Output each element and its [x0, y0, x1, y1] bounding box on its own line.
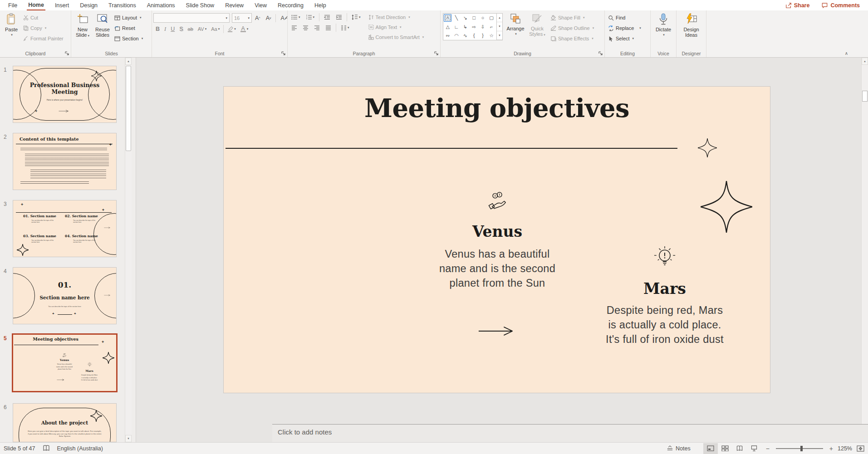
decrease-indent-button[interactable]: [322, 14, 333, 20]
new-slide-button[interactable]: New Slide▾: [73, 11, 93, 49]
shape-arc[interactable]: ◠: [452, 31, 461, 40]
shape-star[interactable]: ☆: [487, 31, 496, 40]
find-button[interactable]: Find: [606, 13, 643, 23]
copy-button[interactable]: Copy ▾: [21, 23, 65, 33]
thumbnail-scrollbar[interactable]: ▲ ▼: [125, 58, 132, 442]
menu-tab-file[interactable]: File: [7, 0, 19, 10]
bullets-button[interactable]: ▾: [289, 14, 303, 20]
shape-line[interactable]: ╲: [452, 14, 461, 22]
text-highlight-button[interactable]: ▾: [225, 26, 238, 33]
shape-effects-button[interactable]: Shape Effects ▾: [549, 34, 596, 44]
menu-tab-view[interactable]: View: [253, 0, 268, 10]
shape-triangle[interactable]: △: [443, 22, 452, 31]
replace-button[interactable]: Replace ▾: [606, 23, 643, 33]
shape-oval[interactable]: ○: [478, 14, 487, 22]
menu-tab-transitions[interactable]: Transitions: [107, 0, 137, 10]
strikethrough-button[interactable]: ab: [186, 26, 196, 32]
shape-text-box[interactable]: A: [444, 14, 451, 22]
font-color-button[interactable]: A ▾: [238, 26, 251, 33]
character-spacing-button[interactable]: AV▾: [196, 26, 209, 32]
quick-styles-button[interactable]: Quick Styles▾: [527, 11, 548, 49]
shapes-scroll-up[interactable]: ▲: [497, 14, 502, 22]
dictate-button[interactable]: Dictate ▾: [653, 11, 673, 49]
zoom-slider[interactable]: [776, 448, 823, 449]
justify-button[interactable]: [323, 25, 333, 31]
drawing-dialog-launcher[interactable]: [598, 51, 603, 55]
shape-rounded-rectangle[interactable]: ▢: [487, 14, 496, 22]
align-text-button[interactable]: Align Text ▾: [367, 22, 426, 32]
current-slide[interactable]: Meeting objectives Venus Venus has a bea…: [224, 87, 770, 393]
font-name-combobox[interactable]: ▾: [153, 13, 230, 23]
increase-indent-button[interactable]: [333, 14, 344, 20]
slide-thumbnail-5-selected[interactable]: Meeting objectives + Venus Venus has a b…: [12, 333, 118, 392]
shape-left-brace[interactable]: {: [470, 31, 478, 40]
slide-thumbnail-6[interactable]: About the project Here you can give a br…: [13, 403, 117, 442]
slide-sorter-view-button[interactable]: [718, 443, 732, 454]
shapes-gallery[interactable]: A ╲ ↘ □ ○ ▢ △ ∟ ↳ ⇨ ⇩ ⌐ ∾ ◠ ∿ { } ☆ ▲ ▼ …: [443, 13, 503, 40]
decrease-font-size-button[interactable]: Av: [264, 15, 274, 22]
shape-elbow-connector[interactable]: ∟: [452, 22, 461, 31]
venus-text-block[interactable]: Venus Venus has a beautiful name and is …: [425, 192, 570, 290]
font-size-combobox[interactable]: 16▾: [232, 13, 252, 23]
mars-text-block[interactable]: Mars Despite being red, Mars is actually…: [588, 245, 742, 347]
italic-button[interactable]: I: [162, 25, 168, 33]
paragraph-dialog-launcher[interactable]: [434, 51, 438, 55]
align-center-button[interactable]: [300, 25, 311, 31]
normal-view-button[interactable]: [703, 443, 718, 454]
slide-thumbnail-3[interactable]: + + 01. Section name You can describe th…: [13, 200, 117, 257]
reset-button[interactable]: Reset: [113, 23, 145, 33]
reuse-slides-button[interactable]: Reuse Slides: [93, 11, 113, 49]
text-shadow-button[interactable]: S: [177, 25, 185, 33]
line-spacing-button[interactable]: ▾: [349, 14, 363, 20]
menu-tab-recording[interactable]: Recording: [276, 0, 305, 10]
shape-right-brace[interactable]: }: [478, 31, 487, 40]
shape-corner[interactable]: ⌐: [487, 22, 496, 31]
bold-button[interactable]: B: [153, 25, 162, 33]
canvas-scrollbar[interactable]: ▲: [861, 58, 868, 424]
columns-button[interactable]: ▾: [338, 25, 352, 31]
paste-button[interactable]: Paste ▾: [1, 11, 21, 49]
zoom-out-button[interactable]: −: [766, 445, 770, 452]
arrange-button[interactable]: Arrange ▾: [504, 11, 527, 49]
zoom-level[interactable]: 125%: [838, 445, 852, 452]
design-ideas-button[interactable]: Design Ideas: [682, 11, 701, 49]
slideshow-view-button[interactable]: [747, 443, 761, 454]
shapes-gallery-more[interactable]: ▼: [497, 31, 502, 40]
notes-pane[interactable]: Click to add notes: [272, 424, 868, 442]
align-right-button[interactable]: [312, 25, 322, 31]
collapse-ribbon-button[interactable]: ∧: [845, 51, 848, 56]
shape-elbow-arrow-connector[interactable]: ↳: [461, 22, 470, 31]
shape-rectangle[interactable]: □: [470, 14, 478, 22]
share-button[interactable]: Share: [785, 2, 810, 9]
cut-button[interactable]: Cut: [21, 13, 65, 23]
menu-tab-help[interactable]: Help: [313, 0, 328, 10]
menu-tab-animations[interactable]: Animations: [146, 0, 177, 10]
slide-thumbnail-2[interactable]: Content of this template +: [13, 133, 117, 190]
zoom-in-button[interactable]: +: [829, 445, 833, 452]
underline-button[interactable]: U: [168, 25, 177, 33]
shape-arrow[interactable]: ↘: [461, 14, 470, 22]
canvas-scroll-up[interactable]: ▲: [862, 58, 868, 65]
format-painter-button[interactable]: Format Painter: [21, 34, 65, 44]
canvas-scrollbar-thumb[interactable]: [862, 91, 868, 102]
thumbnail-scrollbar-thumb[interactable]: [126, 66, 131, 151]
menu-tab-slide-show[interactable]: Slide Show: [185, 0, 216, 10]
shape-right-arrow[interactable]: ⇨: [470, 22, 478, 31]
slide-canvas[interactable]: Meeting objectives Venus Venus has a bea…: [136, 58, 861, 424]
thumbnail-scroll-up[interactable]: ▲: [125, 58, 132, 65]
notes-toggle-button[interactable]: Notes: [667, 445, 691, 452]
change-case-button[interactable]: Aa▾: [209, 26, 222, 32]
shapes-scroll-down[interactable]: ▼: [497, 22, 502, 31]
menu-tab-design[interactable]: Design: [78, 0, 99, 10]
convert-to-smartart-button[interactable]: Convert to SmartArt ▾: [367, 32, 426, 42]
spell-check-icon[interactable]: [43, 445, 50, 452]
slide-thumbnail-1[interactable]: Professional Business Meeting Here is wh…: [13, 66, 117, 123]
shape-scribble[interactable]: ∾: [443, 31, 452, 40]
reading-view-button[interactable]: [732, 443, 747, 454]
thumbnail-scroll-down[interactable]: ▼: [125, 435, 132, 442]
layout-button[interactable]: Layout ▾: [113, 13, 145, 23]
align-left-button[interactable]: [289, 25, 299, 31]
text-direction-button[interactable]: Text Direction ▾: [367, 12, 426, 22]
shape-fill-button[interactable]: Shape Fill ▾: [549, 13, 596, 23]
slide-title[interactable]: Meeting objectives: [224, 93, 770, 123]
